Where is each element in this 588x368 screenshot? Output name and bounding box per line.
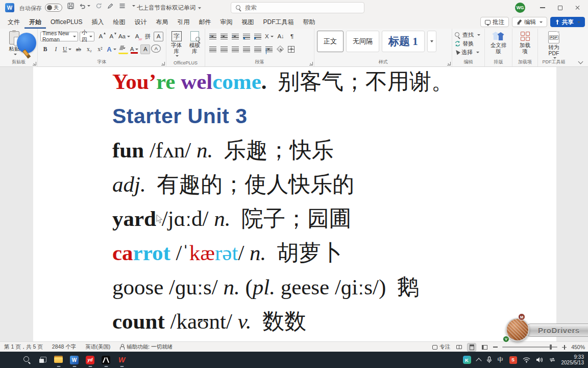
select-button[interactable]: 选择: [455, 48, 482, 57]
taskbar-app[interactable]: [51, 352, 66, 368]
menu-tab[interactable]: 开始: [24, 15, 46, 29]
paragraph-align-button[interactable]: [230, 44, 240, 54]
maximize-button[interactable]: [551, 0, 569, 15]
autosave-toggle[interactable]: 关: [45, 4, 62, 12]
full-typeset-button[interactable]: 全文排版: [487, 31, 509, 54]
template-library-button[interactable]: 模板库: [187, 31, 203, 57]
paragraph-tool-button[interactable]: [208, 32, 217, 41]
qat-customize-icon[interactable]: [131, 5, 135, 7]
menu-tab[interactable]: 文件: [3, 15, 24, 29]
taskbar-app[interactable]: yd: [82, 352, 98, 368]
comments-button[interactable]: 批注: [480, 17, 509, 27]
styles-dialog-launcher[interactable]: [447, 62, 451, 65]
font-format-button[interactable]: A: [151, 44, 161, 53]
paragraph-align-button[interactable]: [219, 44, 229, 54]
paragraph-tool-button[interactable]: [253, 32, 262, 41]
font-tool-button[interactable]: 拼: [143, 32, 153, 41]
style-card[interactable]: 标题 1: [382, 31, 425, 52]
paragraph-align-button[interactable]: [264, 44, 274, 54]
taskbar-app[interactable]: [3, 352, 19, 368]
font-format-button[interactable]: A: [106, 44, 117, 54]
taskbar-app[interactable]: W: [66, 352, 82, 368]
status-item[interactable]: 第 1 页，共 5 页: [4, 343, 43, 351]
font-name-select[interactable]: Times New Roman: [40, 32, 78, 41]
taskbar-app[interactable]: W: [114, 352, 130, 368]
addins-button[interactable]: 加载项: [515, 31, 535, 54]
volume-icon[interactable]: [536, 357, 543, 363]
minimize-button[interactable]: [534, 0, 551, 15]
font-tool-button[interactable]: A: [107, 32, 116, 41]
style-card[interactable]: 无间隔: [346, 31, 379, 52]
menu-tab[interactable]: 帮助: [298, 15, 320, 29]
accessibility-status[interactable]: 辅助功能: 一切就绪: [119, 343, 173, 351]
paragraph-tool-button[interactable]: [241, 32, 251, 41]
font-tool-button[interactable]: A: [154, 32, 163, 41]
undo-icon[interactable]: [79, 3, 90, 9]
taskbar-app[interactable]: [19, 352, 35, 368]
menu-tab[interactable]: 视图: [237, 15, 258, 29]
save-icon[interactable]: [67, 3, 74, 9]
read-mode-button[interactable]: [455, 343, 463, 351]
status-item[interactable]: 2848 个字: [52, 343, 76, 351]
font-format-button[interactable]: ab: [74, 44, 83, 54]
web-layout-button[interactable]: [480, 343, 488, 351]
menu-tab[interactable]: 审阅: [215, 15, 237, 29]
menu-tab[interactable]: 设计: [130, 15, 151, 29]
zoom-in-button[interactable]: [562, 345, 567, 350]
language-sync-icon[interactable]: [549, 357, 556, 363]
font-format-button[interactable]: B: [40, 44, 50, 54]
paragraph-tool-button[interactable]: [230, 32, 240, 41]
font-format-button[interactable]: A: [129, 44, 140, 54]
zoom-level[interactable]: 450%: [571, 344, 585, 350]
microphone-icon[interactable]: [486, 356, 492, 363]
menu-tab[interactable]: 布局: [151, 15, 173, 29]
print-layout-button[interactable]: [468, 343, 476, 351]
paragraph-tool-button[interactable]: [219, 32, 229, 41]
convert-pdf-button[interactable]: PDF 转为 PDF: [541, 31, 567, 59]
font-format-button[interactable]: U: [62, 44, 72, 54]
paragraph-align-button[interactable]: [241, 44, 251, 54]
sogou-tray-icon[interactable]: S: [509, 356, 517, 364]
taskbar-app[interactable]: [35, 352, 51, 368]
zoom-slider[interactable]: [502, 347, 557, 348]
replace-button[interactable]: 替换: [455, 39, 482, 48]
paragraph-align-button[interactable]: [253, 44, 262, 54]
status-item[interactable]: 英语(美国): [85, 343, 110, 351]
wifi-icon[interactable]: [523, 357, 530, 363]
font-tool-button[interactable]: A: [96, 32, 106, 41]
k-app-tray-icon[interactable]: K: [463, 356, 471, 364]
font-format-button[interactable]: I: [51, 44, 61, 54]
touch-mode-icon[interactable]: [119, 3, 126, 9]
find-button[interactable]: 查找: [455, 31, 482, 39]
input-method-indicator[interactable]: 中: [498, 356, 504, 364]
taskbar-app[interactable]: [98, 352, 114, 368]
menu-tab[interactable]: OfficePLUS: [46, 15, 87, 29]
paragraph-tool-button[interactable]: ¶: [287, 32, 297, 41]
hidden-icons-chevron[interactable]: [477, 358, 481, 362]
document-title[interactable]: 七上音节音标双记单词: [137, 4, 201, 12]
focus-mode-button[interactable]: 专注: [432, 343, 450, 351]
zoom-slider-thumb[interactable]: [550, 344, 552, 350]
font-dialog-launcher[interactable]: [161, 62, 165, 65]
zoom-out-button[interactable]: [493, 347, 498, 348]
font-format-button[interactable]: A: [140, 44, 150, 54]
styles-gallery-button[interactable]: [427, 31, 436, 52]
paragraph-tool-button[interactable]: A↓: [276, 32, 286, 41]
font-tool-button[interactable]: A: [132, 32, 142, 41]
font-library-button[interactable]: 字 字体库: [169, 31, 184, 57]
close-button[interactable]: [569, 0, 586, 15]
menu-tab[interactable]: 邮件: [194, 15, 215, 29]
font-tool-button[interactable]: Aa: [117, 32, 131, 41]
menu-tab[interactable]: 引用: [173, 15, 194, 29]
style-card[interactable]: 正文: [317, 31, 344, 52]
clipboard-dialog-launcher[interactable]: [33, 62, 36, 65]
font-size-select[interactable]: 小四: [80, 32, 94, 41]
menu-tab[interactable]: 插入: [87, 15, 108, 29]
font-format-button[interactable]: x₂: [84, 44, 94, 54]
paragraph-align-button[interactable]: [208, 44, 217, 54]
search-box[interactable]: 搜索: [231, 2, 364, 13]
paragraph-tool-button[interactable]: X: [264, 32, 275, 41]
menu-tab[interactable]: PDF工具箱: [258, 15, 298, 29]
document-page[interactable]: You’re welcome. 别客气；不用谢。 Starter Unit 3 …: [33, 67, 556, 341]
paragraph-dialog-launcher[interactable]: [309, 62, 313, 65]
